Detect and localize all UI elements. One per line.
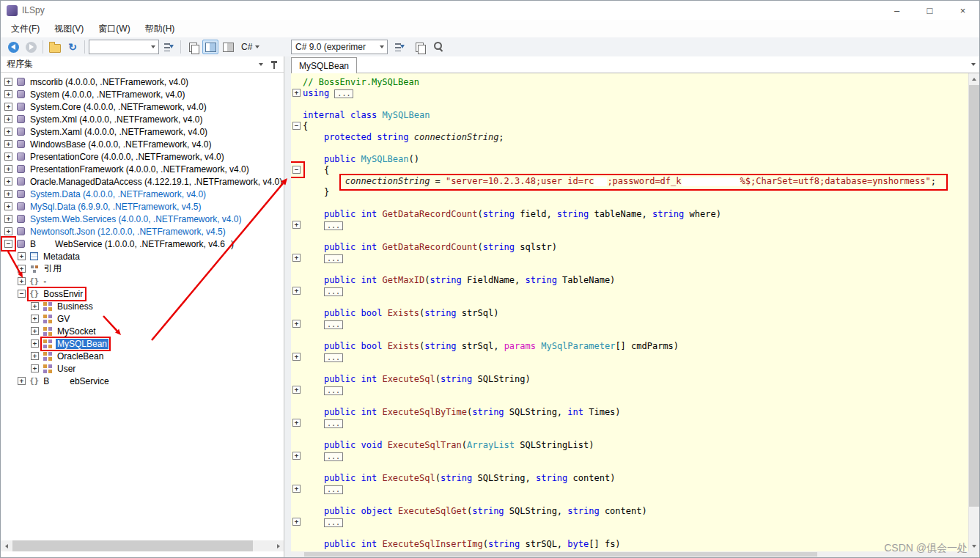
scrollbar-thumb[interactable] xyxy=(969,85,979,507)
fold-plus-icon[interactable]: + xyxy=(292,320,301,328)
scrollbar-thumb[interactable] xyxy=(12,540,253,551)
tree-expander-icon[interactable]: + xyxy=(4,215,12,223)
tree-expander-icon[interactable]: + xyxy=(31,327,39,335)
tree-item-system-data[interactable]: +System.Data (4.0.0.0, .NETFramework, v4… xyxy=(1,188,284,200)
scroll-down-icon[interactable] xyxy=(969,540,979,551)
tree-item-namespace-dash[interactable]: +{}- xyxy=(1,275,284,287)
collapsed-region-box[interactable]: ... xyxy=(334,89,353,98)
tree-expander-icon[interactable]: + xyxy=(4,103,12,111)
fold-plus-icon[interactable]: + xyxy=(292,254,301,262)
collapsed-region-box[interactable]: ... xyxy=(324,254,343,263)
tree-item-bossenvir[interactable]: −{}BossEnvir xyxy=(1,287,284,300)
fold-plus-icon[interactable]: + xyxy=(292,221,301,229)
fold-plus-icon[interactable]: + xyxy=(292,386,301,394)
collapsed-region-box[interactable]: ... xyxy=(324,287,343,296)
tree-item-system[interactable]: +System (4.0.0.0, .NETFramework, v4.0) xyxy=(1,88,284,100)
tree-expander-icon[interactable]: + xyxy=(4,78,12,86)
fold-minus-icon[interactable]: − xyxy=(292,166,301,174)
tree-item-mysqlbean[interactable]: +MySQLBean xyxy=(1,337,284,350)
sort-members-button[interactable] xyxy=(391,40,408,54)
code-horizontal-scrollbar[interactable] xyxy=(291,551,979,557)
tree-expander-icon[interactable]: + xyxy=(4,153,12,161)
collapsed-region-box[interactable]: ... xyxy=(324,518,343,527)
tree-item-webservice-ns[interactable]: +{}BebService xyxy=(1,375,284,387)
sort-assemblies-button[interactable] xyxy=(161,40,177,54)
panel-splitter[interactable] xyxy=(284,56,291,557)
tree-expander-icon[interactable]: + xyxy=(4,90,12,98)
tree-expander-icon[interactable]: + xyxy=(4,202,12,210)
tree-expander-icon[interactable]: + xyxy=(4,227,12,235)
tree-expander-icon[interactable]: + xyxy=(4,190,12,198)
save-button[interactable] xyxy=(411,40,427,54)
tree-item-mysocket[interactable]: +MySocket xyxy=(1,325,284,337)
collapsed-region-box[interactable]: ... xyxy=(324,452,343,461)
tree-expander-icon[interactable]: + xyxy=(31,364,39,372)
tree-item-gv[interactable]: +GV xyxy=(1,312,284,325)
tree-item-user[interactable]: +User xyxy=(1,362,284,375)
tree-expander-icon[interactable]: + xyxy=(31,339,39,348)
menu-item-file[interactable]: 文件(F) xyxy=(4,21,47,37)
tree-expander-icon[interactable]: + xyxy=(4,128,12,136)
collapsed-region-box[interactable]: ... xyxy=(324,485,343,494)
scroll-left-icon[interactable] xyxy=(1,540,12,551)
tree-item-boss-webservice[interactable]: −BWebService (1.0.0.0, .NETFramework, v4… xyxy=(1,238,284,250)
assemblies-horizontal-scrollbar[interactable] xyxy=(1,540,284,551)
tree-item-system-xml[interactable]: +System.Xml (4.0.0.0, .NETFramework, v4.… xyxy=(1,113,284,125)
tree-item-business[interactable]: +Business xyxy=(1,300,284,312)
decompiler-version-select[interactable]: C# 9.0 (experimer xyxy=(291,40,388,54)
maximize-button[interactable]: □ xyxy=(913,1,946,20)
fold-plus-icon[interactable]: + xyxy=(292,89,301,97)
fold-plus-icon[interactable]: + xyxy=(292,485,301,493)
tree-expander-icon[interactable]: + xyxy=(18,277,26,285)
tree-expander-icon[interactable]: + xyxy=(31,352,39,360)
tree-expander-icon[interactable]: + xyxy=(4,165,12,173)
tree-item-mscorlib[interactable]: +mscorlib (4.0.0.0, .NETFramework, v4.0) xyxy=(1,76,284,88)
tree-item-windowsbase[interactable]: +WindowsBase (4.0.0.0, .NETFramework, v4… xyxy=(1,138,284,150)
assembly-list-select[interactable] xyxy=(89,40,159,54)
tree-expander-icon[interactable]: + xyxy=(4,140,12,148)
single-view-button[interactable] xyxy=(220,40,236,54)
tree-item-system-web-services[interactable]: +System.Web.Services (4.0.0.0, .NETFrame… xyxy=(1,213,284,225)
minimize-button[interactable]: – xyxy=(880,1,913,20)
menu-item-help[interactable]: 帮助(H) xyxy=(138,21,183,37)
back-button[interactable] xyxy=(5,40,21,54)
menu-item-window[interactable]: 窗口(W) xyxy=(91,21,137,37)
tab-list-icon[interactable] xyxy=(971,63,976,66)
tree-item-oracle-manageddataaccess[interactable]: +Oracle.ManagedDataAccess (4.122.19.1, .… xyxy=(1,175,284,188)
collapsed-region-box[interactable]: ... xyxy=(324,386,343,395)
copy-button[interactable] xyxy=(185,40,201,54)
collapsed-region-box[interactable]: ... xyxy=(324,353,343,362)
refresh-button[interactable] xyxy=(65,40,81,54)
tree-item-system-core[interactable]: +System.Core (4.0.0.0, .NETFramework, v4… xyxy=(1,100,284,113)
tree-expander-icon[interactable]: − xyxy=(4,240,12,248)
tree-expander-icon[interactable]: + xyxy=(18,252,26,260)
scroll-up-icon[interactable] xyxy=(969,73,979,84)
split-view-toggle[interactable] xyxy=(202,40,218,54)
tree-expander-icon[interactable]: + xyxy=(18,265,26,273)
close-button[interactable]: × xyxy=(946,1,979,20)
tree-expander-icon[interactable]: + xyxy=(18,377,26,385)
scrollbar-thumb[interactable] xyxy=(304,552,817,557)
tree-expander-icon[interactable]: + xyxy=(31,315,39,323)
tree-item-presentationframework[interactable]: +PresentationFramework (4.0.0.0, .NETFra… xyxy=(1,163,284,175)
pin-icon[interactable] xyxy=(270,60,278,69)
scroll-right-icon[interactable] xyxy=(273,540,284,551)
fold-plus-icon[interactable]: + xyxy=(292,353,301,361)
fold-plus-icon[interactable]: + xyxy=(292,518,301,526)
open-file-button[interactable] xyxy=(47,40,63,54)
collapsed-region-box[interactable]: ... xyxy=(324,320,343,329)
collapsed-region-box[interactable]: ... xyxy=(324,419,343,428)
collapsed-region-box[interactable]: ... xyxy=(324,221,343,230)
tree-expander-icon[interactable]: + xyxy=(4,177,12,186)
tree-item-system-xaml[interactable]: +System.Xaml (4.0.0.0, .NETFramework, v4… xyxy=(1,125,284,138)
language-select[interactable]: C# xyxy=(237,40,263,54)
tree-expander-icon[interactable]: + xyxy=(31,302,39,310)
tree-item-references[interactable]: +引用 xyxy=(1,263,284,275)
tree-item-oraclebean[interactable]: +OracleBean xyxy=(1,350,284,362)
tree-expander-icon[interactable]: + xyxy=(4,115,12,123)
fold-minus-icon[interactable]: − xyxy=(292,122,301,130)
fold-plus-icon[interactable]: + xyxy=(292,419,301,427)
tree-item-presentationcore[interactable]: +PresentationCore (4.0.0.0, .NETFramewor… xyxy=(1,150,284,163)
tree-item-mysql-data[interactable]: +MySql.Data (6.9.9.0, .NETFramework, v4.… xyxy=(1,200,284,213)
tab-mysqlbean[interactable]: MySQLBean xyxy=(291,57,357,73)
